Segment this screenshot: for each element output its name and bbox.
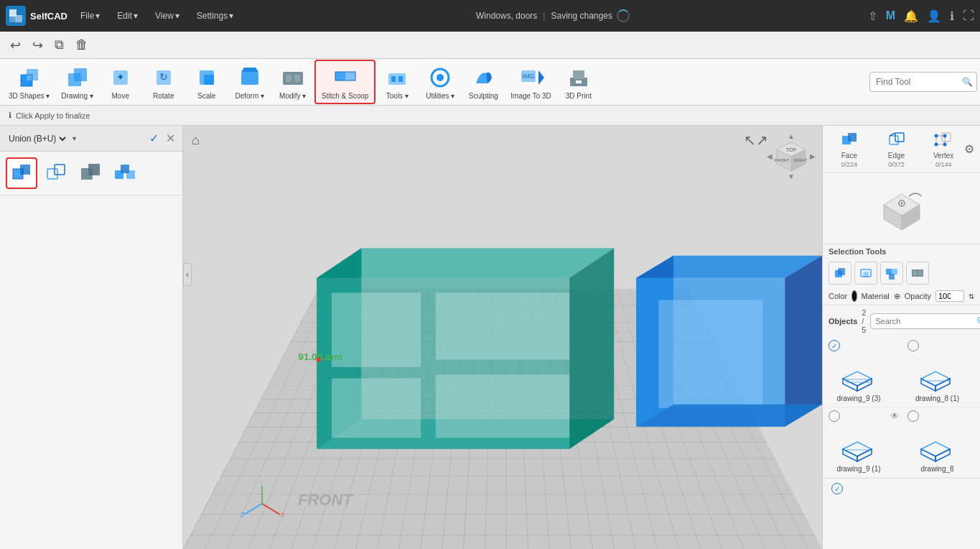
object-cell-2: 👁 drawing_9 (1): [823, 407, 902, 478]
nav-cube[interactable]: TOP FRONT RIGHT ▲ ▼ ◀ ▶: [766, 132, 816, 184]
menu-view[interactable]: View ▾: [151, 8, 184, 24]
info-icon[interactable]: ℹ: [950, 9, 954, 23]
object-checkbox-2[interactable]: [829, 410, 840, 422]
fullscreen-icon[interactable]: ⛶: [963, 9, 974, 22]
panel-apply-button[interactable]: ✓: [148, 130, 160, 147]
stitch-scoop-label: Stitch & Scoop: [322, 92, 369, 100]
vertex-selector[interactable]: Vertex 0/144: [923, 130, 964, 168]
redo-button[interactable]: ↪: [28, 34, 47, 56]
svg-rect-80: [890, 136, 898, 144]
svg-rect-14: [241, 72, 258, 85]
menu-edit[interactable]: Edit ▾: [113, 8, 142, 24]
tool-scale[interactable]: Scale: [185, 60, 228, 104]
tool-deform[interactable]: Deform ▾: [228, 60, 271, 104]
svg-point-26: [437, 74, 444, 81]
deform-icon: [237, 65, 263, 91]
tool-drawing[interactable]: Drawing ▾: [55, 60, 98, 104]
svg-line-66: [244, 504, 262, 515]
opacity-input[interactable]: [935, 290, 964, 302]
object-checkbox-0[interactable]: ✓: [829, 340, 840, 351]
panel-toggle-button[interactable]: ‹: [183, 263, 192, 286]
objects-search-input[interactable]: [870, 313, 980, 329]
m-icon[interactable]: M: [886, 9, 895, 22]
shape-filled-button[interactable]: [75, 157, 106, 189]
shape-solid-button[interactable]: [6, 157, 37, 189]
object-label-0: drawing_9 (3): [836, 395, 880, 402]
share-icon[interactable]: ⇧: [868, 9, 877, 23]
search-wrap: 🔍: [870, 313, 980, 329]
bottom-checkbox[interactable]: ✓: [831, 483, 843, 494]
object-checkbox-3[interactable]: [907, 410, 919, 422]
union-select[interactable]: Union (B+U) Intersect Subtract: [6, 133, 68, 144]
saving-indicator: Saving changes: [551, 9, 629, 22]
project-name: Windows, doors: [476, 11, 537, 21]
svg-rect-18: [294, 75, 300, 82]
delete-button[interactable]: 🗑: [71, 34, 93, 55]
svg-rect-99: [892, 269, 897, 274]
scale-icon: [194, 65, 220, 91]
find-tool-input[interactable]: [869, 72, 977, 92]
objects-title: Objects: [829, 317, 857, 326]
tool-utilities[interactable]: Utilities ▾: [419, 60, 462, 104]
material-icon[interactable]: ⊕: [894, 292, 900, 301]
viewport[interactable]: ⌂ ↖↗: [183, 126, 822, 549]
sel-tool-4[interactable]: [906, 262, 929, 285]
object-item-2[interactable]: drawing_9 (1): [823, 425, 895, 477]
shape-multi-button[interactable]: [109, 157, 141, 189]
tool-rotate[interactable]: ↻ Rotate: [142, 60, 185, 104]
tool-modify[interactable]: Modify ▾: [271, 60, 314, 104]
tool-move[interactable]: ✦ Move: [99, 60, 142, 104]
color-picker[interactable]: [851, 290, 857, 302]
sel-tool-1[interactable]: [829, 262, 851, 285]
shape-wire-button[interactable]: [40, 157, 72, 189]
panel-close-button[interactable]: ✕: [164, 130, 177, 147]
sel-tool-2[interactable]: [854, 262, 877, 285]
edge-label: Edge: [888, 152, 905, 160]
face-selector[interactable]: Face 0/224: [829, 130, 870, 168]
object-label-2: drawing_9 (1): [836, 465, 880, 473]
svg-rect-81: [895, 133, 904, 142]
tool-stitch-scoop[interactable]: Stitch & Scoop: [314, 60, 376, 104]
tool-3d-shapes[interactable]: 3D Shapes ▾: [3, 60, 55, 104]
object-eye-icon-2[interactable]: 👁: [890, 411, 899, 421]
app-logo[interactable]: SelfCAD: [6, 6, 67, 26]
fev-selectors: Face 0/224 Edge 0/372: [829, 130, 964, 168]
svg-marker-119: [935, 449, 950, 461]
object-checkbox-1[interactable]: [907, 340, 919, 351]
union-dropdown-arrow: ▾: [73, 134, 76, 142]
svg-marker-109: [921, 372, 950, 386]
object-item-1[interactable]: drawing_8 (1): [902, 354, 974, 407]
tool-tools[interactable]: Tools ▾: [375, 60, 419, 104]
right-panel: Face 0/224 Edge 0/372: [822, 126, 980, 549]
objects-count: 2 / 5: [862, 308, 866, 334]
svg-point-86: [943, 134, 947, 138]
object-icon-3: [916, 429, 959, 465]
menu-file[interactable]: File ▾: [76, 8, 104, 24]
copy-button[interactable]: ⧉: [50, 34, 68, 55]
sel-tool-3[interactable]: [880, 262, 903, 285]
tool-3d-print[interactable]: 3D Print: [557, 60, 600, 104]
object-item-3[interactable]: drawing_8: [902, 425, 974, 477]
undo-button[interactable]: ↩: [6, 34, 25, 56]
objects-header: Objects 2 / 5 🔍 ⚙: [823, 305, 980, 337]
image-to-3d-icon: IMG: [518, 65, 544, 91]
user-icon[interactable]: 👤: [927, 9, 941, 23]
saving-text: Saving changes: [551, 11, 612, 21]
svg-marker-58: [785, 256, 822, 427]
bell-icon[interactable]: 🔔: [904, 9, 918, 23]
svg-marker-113: [843, 442, 872, 456]
tool-image-to-3d[interactable]: IMG Image To 3D: [505, 60, 557, 104]
tool-sculpting[interactable]: Sculpting: [462, 60, 505, 104]
object-item-0[interactable]: drawing_9 (3): [823, 354, 895, 407]
main-toolbar: 3D Shapes ▾ Drawing ▾ ✦ Move ↻ Rot: [0, 59, 980, 106]
menu-settings[interactable]: Settings ▾: [192, 8, 238, 24]
rotate-icon: ↻: [151, 65, 177, 91]
edge-selector[interactable]: Edge 0/372: [876, 130, 918, 168]
svg-rect-49: [332, 378, 421, 438]
right-panel-gear-button[interactable]: ⚙: [964, 142, 974, 156]
opacity-spinner[interactable]: ⇅: [969, 292, 974, 300]
svg-point-93: [900, 203, 902, 205]
saving-spinner: [617, 9, 630, 22]
svg-text:RIGHT: RIGHT: [794, 158, 808, 162]
svg-rect-1: [15, 15, 22, 22]
